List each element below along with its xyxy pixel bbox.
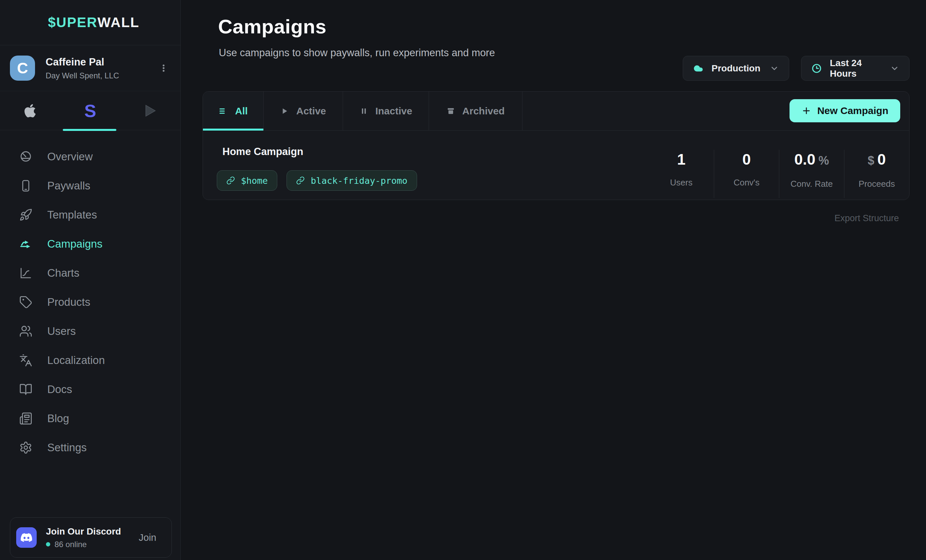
- account-info: Caffeine Pal Day Well Spent, LLC: [45, 56, 119, 80]
- stat-value: $ 0: [868, 150, 886, 170]
- stat-users: 1 Users: [649, 150, 714, 198]
- products-icon: [19, 295, 33, 309]
- sidebar-item-label: Settings: [47, 441, 86, 454]
- stat-label: Users: [670, 177, 693, 188]
- localization-icon: [19, 353, 33, 367]
- new-campaign-button[interactable]: New Campaign: [790, 99, 900, 122]
- sidebar-item-label: Templates: [47, 209, 97, 221]
- account-switcher[interactable]: C Caffeine Pal Day Well Spent, LLC: [0, 45, 180, 91]
- docs-icon: [19, 383, 33, 397]
- platform-tabs: S: [0, 91, 180, 130]
- play-icon: [280, 107, 289, 115]
- stat-label: Conv. Rate: [790, 179, 833, 189]
- time-range-value: Last 24 Hours: [830, 58, 882, 79]
- tab-inactive[interactable]: Inactive: [343, 92, 429, 130]
- chevron-down-icon: [890, 64, 899, 73]
- campaign-row[interactable]: Home Campaign $home black-friday-promo: [203, 130, 909, 200]
- sidebar-item-templates[interactable]: Templates: [0, 200, 180, 229]
- clock-icon: [811, 63, 822, 74]
- link-icon: [226, 176, 235, 185]
- sidebar-item-label: Blog: [47, 412, 69, 425]
- google-play-icon: [143, 103, 157, 118]
- discord-card[interactable]: Join Our Discord 86 online Join: [10, 518, 172, 558]
- discord-title: Join Our Discord: [46, 526, 121, 537]
- discord-online-row: 86 online: [46, 540, 121, 549]
- avatar: C: [10, 56, 35, 81]
- sidebar-item-charts[interactable]: Charts: [0, 259, 180, 288]
- pause-icon: [360, 107, 368, 115]
- settings-icon: [19, 440, 33, 454]
- sidebar-item-label: Products: [47, 296, 90, 309]
- platform-tab-ios[interactable]: [0, 91, 60, 130]
- archive-icon: [446, 107, 455, 115]
- tab-label: Archived: [462, 106, 505, 117]
- chevron-down-icon: [770, 64, 779, 73]
- main-content: Campaigns Use campaigns to show paywalls…: [181, 0, 926, 560]
- campaign-tabs: All Active Inactive: [203, 92, 909, 130]
- paywalls-icon: [19, 179, 33, 193]
- stat-proceeds: $ 0 Proceeds: [844, 150, 909, 198]
- blog-icon: [19, 412, 33, 425]
- sidebar-item-overview[interactable]: Overview: [0, 142, 180, 171]
- avatar-initial: C: [17, 59, 28, 77]
- tab-active[interactable]: Active: [264, 92, 343, 130]
- stat-value: 0.0 %: [794, 150, 829, 170]
- cloud-icon: [693, 63, 704, 74]
- tab-archived[interactable]: Archived: [429, 92, 522, 130]
- online-dot-icon: [46, 542, 50, 546]
- active-platform-indicator: [63, 129, 117, 131]
- sidebar-item-settings[interactable]: Settings: [0, 433, 180, 462]
- platform-tab-superwall[interactable]: S: [60, 91, 120, 130]
- page-title: Campaigns: [218, 15, 327, 38]
- page-subtitle: Use campaigns to show paywalls, run expe…: [219, 47, 495, 59]
- sidebar-item-label: Campaigns: [47, 238, 103, 250]
- sidebar-item-localization[interactable]: Localization: [0, 346, 180, 375]
- environment-dropdown[interactable]: Production: [683, 56, 789, 81]
- superwall-s-icon: S: [84, 100, 96, 121]
- campaigns-icon: [19, 237, 33, 251]
- export-structure-button[interactable]: Export Structure: [834, 213, 899, 224]
- tab-label: Active: [296, 106, 326, 117]
- apple-icon: [23, 103, 37, 118]
- discord-join-button[interactable]: Join: [139, 532, 156, 543]
- plus-icon: [801, 106, 811, 116]
- campaigns-card: All Active Inactive: [203, 91, 909, 200]
- sidebar-item-campaigns[interactable]: Campaigns: [0, 229, 180, 259]
- sidebar-item-label: Localization: [47, 354, 105, 366]
- account-company: Day Well Spent, LLC: [45, 71, 119, 80]
- stat-label: Proceeds: [859, 179, 895, 189]
- tab-all[interactable]: All: [203, 92, 264, 130]
- campaign-stats: 1 Users 0 Conv's 0.0 % Conv. Rate $ 0 Pr…: [649, 150, 909, 198]
- sidebar-item-label: Users: [47, 325, 76, 338]
- kebab-menu-icon[interactable]: [159, 63, 168, 73]
- superwall-logo[interactable]: $UPERWALL: [0, 0, 180, 45]
- stat-value: 1: [677, 150, 686, 169]
- logo-accent-text: $UPER: [48, 15, 97, 30]
- environment-value: Production: [711, 63, 760, 74]
- sidebar-item-blog[interactable]: Blog: [0, 404, 180, 433]
- time-range-dropdown[interactable]: Last 24 Hours: [801, 56, 909, 81]
- sidebar-item-label: Overview: [47, 150, 93, 163]
- stat-conversion-rate: 0.0 % Conv. Rate: [779, 150, 844, 198]
- platform-tab-android[interactable]: [120, 91, 180, 130]
- sidebar-item-label: Paywalls: [47, 180, 90, 192]
- campaign-name: Home Campaign: [222, 146, 303, 158]
- sidebar-item-docs[interactable]: Docs: [0, 375, 180, 404]
- tab-label: All: [235, 106, 248, 117]
- tab-label: Inactive: [375, 106, 412, 117]
- placement-tag[interactable]: $home: [217, 170, 277, 191]
- stat-conversions: 0 Conv's: [714, 150, 779, 198]
- sidebar-item-products[interactable]: Products: [0, 288, 180, 317]
- sidebar-item-label: Charts: [47, 267, 79, 279]
- placement-tag[interactable]: black-friday-promo: [286, 170, 417, 191]
- placement-tag-label: $home: [241, 176, 268, 186]
- sidebar-item-paywalls[interactable]: Paywalls: [0, 171, 180, 200]
- charts-icon: [19, 266, 33, 280]
- sidebar-item-users[interactable]: Users: [0, 317, 180, 346]
- users-icon: [19, 324, 33, 338]
- templates-icon: [19, 208, 33, 222]
- overview-icon: [19, 150, 33, 163]
- account-name: Caffeine Pal: [45, 56, 119, 68]
- discord-online-count: 86 online: [54, 540, 86, 549]
- logo-rest-text: WALL: [97, 15, 139, 30]
